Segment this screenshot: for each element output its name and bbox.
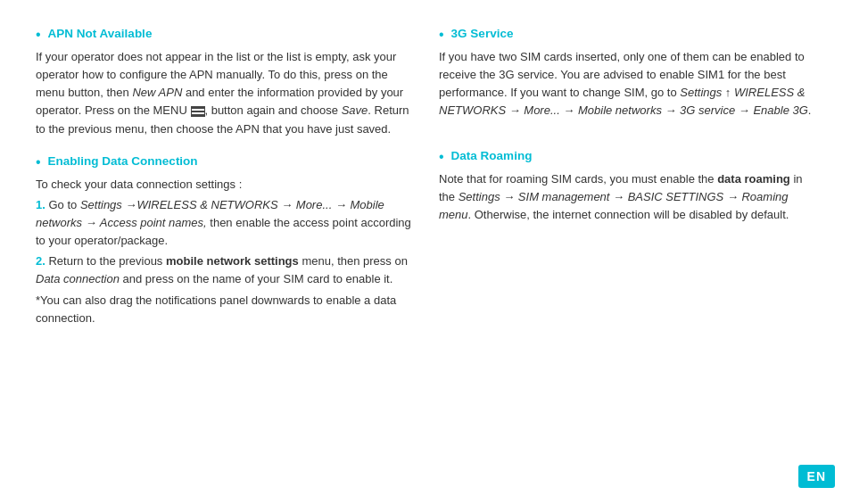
right-column: • 3G Service If you have two SIM cards i… — [439, 27, 815, 477]
section-3g-service: • 3G Service If you have two SIM cards i… — [439, 27, 815, 120]
step2-end: menu, then press on — [299, 254, 408, 268]
apn-new-apn: New APN — [132, 86, 182, 99]
step2: 2. Return to the previous mobile network… — [36, 252, 412, 288]
step2-num: 2. — [36, 254, 45, 268]
step1-num: 1. — [36, 198, 45, 211]
enabling-title: Enabling Data Connection — [48, 154, 198, 168]
bullet-icon-3: • — [439, 26, 444, 43]
3g-body: If you have two SIM cards inserted, only… — [439, 48, 815, 120]
step2-end2: and press on the name of your SIM card t… — [120, 272, 392, 285]
section-enabling-data: • Enabling Data Connection To check your… — [36, 154, 412, 327]
step1-text: Go to — [45, 198, 80, 211]
step-note: *You can also drag the notifications pan… — [36, 292, 412, 327]
menu-icon — [191, 106, 203, 115]
roaming-body3: . Otherwise, the internet connection wil… — [468, 208, 789, 221]
bullet-icon: • — [36, 26, 41, 43]
step2-bold: mobile network settings — [166, 254, 299, 268]
3g-title: 3G Service — [451, 27, 514, 40]
3g-body2: . — [808, 103, 812, 117]
en-badge: EN — [798, 465, 835, 488]
data-connection: Data connection — [36, 272, 120, 285]
section-apn-not-available: • APN Not Available If your operator doe… — [36, 27, 412, 138]
apn-body: If your operator does not appear in the … — [36, 48, 412, 138]
bullet-icon-4: • — [439, 148, 444, 165]
enabling-intro: To check your data connection settings : — [36, 176, 412, 194]
apn-body-text3: , button again and choose — [204, 103, 341, 117]
roaming-bold: data roaming — [717, 172, 790, 186]
roaming-body1: Note that for roaming SIM cards, you mus… — [439, 172, 717, 186]
apn-save: Save — [342, 103, 368, 117]
roaming-body: Note that for roaming SIM cards, you mus… — [439, 170, 815, 224]
left-column: • APN Not Available If your operator doe… — [36, 27, 412, 477]
step1: 1. Go to Settings →WIRELESS & NETWORKS →… — [36, 196, 412, 250]
step2-text: Return to the previous — [45, 254, 166, 268]
roaming-title: Data Roaming — [451, 149, 533, 162]
page-content: • APN Not Available If your operator doe… — [0, 0, 851, 504]
bullet-icon-2: • — [36, 153, 41, 170]
apn-title: APN Not Available — [48, 27, 153, 40]
section-data-roaming: • Data Roaming Note that for roaming SIM… — [439, 149, 815, 224]
